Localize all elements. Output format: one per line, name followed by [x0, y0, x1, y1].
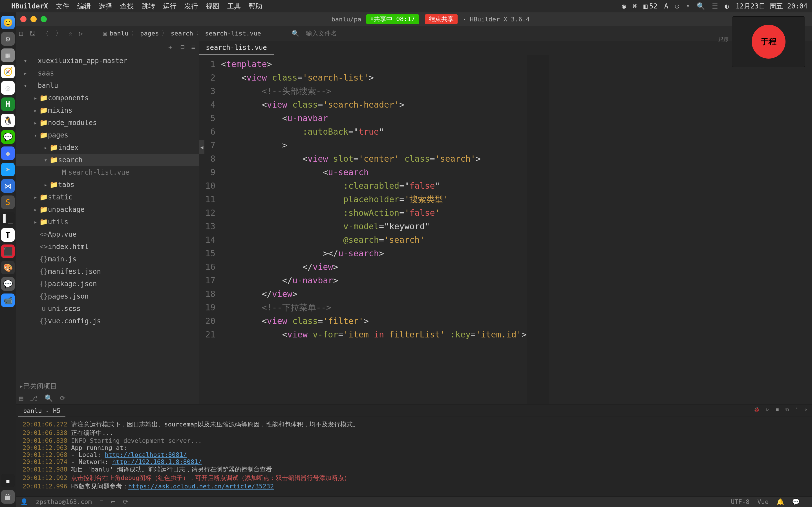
minimize-button[interactable]: [31, 16, 37, 22]
tree-caret-icon[interactable]: ▸: [32, 107, 40, 114]
clock[interactable]: 12月23日 周五 20:04: [735, 2, 808, 11]
git-icon[interactable]: ⎇: [30, 394, 38, 402]
search-icon[interactable]: 🔍: [292, 30, 299, 37]
menu-edit[interactable]: 编辑: [77, 2, 91, 11]
tree-caret-icon[interactable]: ▸: [32, 219, 40, 225]
dock-app5[interactable]: ▪: [1, 474, 15, 487]
bookmark-icon[interactable]: ☆: [68, 30, 72, 37]
screenshare-overlay[interactable]: 于程: [732, 16, 805, 67]
tree-caret-icon[interactable]: ▸: [32, 119, 40, 126]
tree-row[interactable]: {}package.json: [16, 278, 199, 290]
input-method-icon[interactable]: A: [664, 2, 668, 10]
nav-forward-icon[interactable]: 〉: [56, 29, 62, 38]
feedback-icon[interactable]: 💬: [792, 498, 800, 505]
overlay-label2[interactable]: 跟踪: [718, 36, 728, 43]
menu-help[interactable]: 帮助: [249, 2, 262, 11]
tree-caret-icon[interactable]: ▾: [42, 157, 50, 163]
collapse-all-icon[interactable]: ⊟: [181, 43, 185, 51]
dock-safari[interactable]: 🧭: [1, 65, 15, 78]
minimap[interactable]: [527, 55, 549, 404]
tree-row[interactable]: ▾xuexiluxian_app-master: [16, 55, 199, 67]
tree-row[interactable]: uuni.scss: [16, 302, 199, 315]
tree-caret-icon[interactable]: ▸: [21, 70, 29, 76]
terminal-icon[interactable]: ▤: [19, 394, 23, 402]
code-content[interactable]: <template> <view class='search-list'> <!…: [219, 55, 527, 404]
fullscreen-button[interactable]: [41, 16, 47, 22]
handoff-icon[interactable]: ⌘: [633, 2, 637, 10]
console-stop-icon[interactable]: ■: [776, 407, 779, 412]
tree-caret-icon[interactable]: ▸: [32, 95, 40, 101]
file-search-input[interactable]: [306, 30, 391, 37]
save-icon[interactable]: 🖫: [30, 30, 36, 37]
tree-row[interactable]: ▸📁components: [16, 92, 199, 104]
status-icon3[interactable]: ⟳: [123, 498, 128, 505]
dock-app1[interactable]: ◆: [1, 147, 15, 160]
tree-row[interactable]: ▸📁mixins: [16, 104, 199, 117]
tree-caret-icon[interactable]: ▾: [21, 57, 29, 64]
tree-caret-icon[interactable]: ▾: [32, 132, 40, 138]
tree-row[interactable]: ▸📁unpackage: [16, 203, 199, 216]
dock-app4[interactable]: 💬: [1, 277, 15, 291]
status-icon1[interactable]: ≡: [100, 498, 103, 505]
end-share-button[interactable]: 结束共享: [425, 14, 458, 24]
editor-tab[interactable]: search-list.vue: [199, 41, 274, 55]
dock-qq[interactable]: 🐧: [1, 114, 15, 127]
sidebar-fold-handle[interactable]: ◀: [199, 140, 204, 154]
run-icon[interactable]: ▷: [79, 30, 83, 37]
tree-caret-icon[interactable]: ▸: [42, 144, 50, 151]
tree-row[interactable]: {}main.js: [16, 253, 199, 265]
search-files-icon[interactable]: 🔍: [45, 394, 53, 402]
console-run-icon[interactable]: ▷: [766, 407, 769, 412]
dock-settings[interactable]: ⚙: [1, 32, 15, 46]
tree-row[interactable]: {}manifest.json: [16, 265, 199, 278]
encoding-label[interactable]: UTF-8: [731, 498, 749, 505]
dock-app2[interactable]: ➤: [1, 163, 15, 176]
tree-row[interactable]: ▾📁search: [16, 154, 199, 166]
dock-wechat[interactable]: 💬: [1, 130, 15, 144]
breadcrumb-item[interactable]: pages: [140, 30, 159, 37]
tree-row[interactable]: ▸📁index: [16, 142, 199, 154]
tree-row[interactable]: ▾banlu: [16, 79, 199, 92]
menu-view[interactable]: 视图: [206, 2, 219, 11]
menu-find[interactable]: 查找: [120, 2, 134, 11]
sidebar-toggle-icon[interactable]: ◫: [19, 30, 23, 37]
menu-select[interactable]: 选择: [99, 2, 112, 11]
tree-row[interactable]: <>App.vue: [16, 228, 199, 240]
tree-row[interactable]: ▸📁tabs: [16, 179, 199, 191]
share-status-pill[interactable]: ⬇ 共享中 08:17: [366, 14, 419, 24]
tree-caret-icon[interactable]: ▸: [32, 194, 40, 201]
debug-icon[interactable]: 🐞: [754, 407, 760, 412]
record-icon[interactable]: ◉: [622, 2, 626, 10]
tree-caret-icon[interactable]: ▾: [21, 82, 29, 89]
bluetooth-icon[interactable]: ᚼ: [686, 2, 690, 10]
tree-row[interactable]: ▸📁node_modules: [16, 117, 199, 129]
breadcrumb-item[interactable]: banlu: [110, 30, 128, 37]
file-tree[interactable]: ▾xuexiluxian_app-master▸saas▾banlu▸📁comp…: [16, 53, 199, 380]
dock-hbuilder[interactable]: H: [1, 98, 15, 111]
close-button[interactable]: [20, 16, 27, 22]
dock-typora[interactable]: T: [1, 228, 15, 242]
spotlight-icon[interactable]: 🔍: [697, 2, 705, 10]
console-popout-icon[interactable]: ⧉: [785, 407, 789, 412]
dock-app3[interactable]: ⬛: [1, 244, 15, 258]
dock-palette[interactable]: 🎨: [1, 261, 15, 274]
notifications-icon[interactable]: 🔔: [776, 498, 784, 505]
menu-tools[interactable]: 工具: [227, 2, 241, 11]
dock-chrome[interactable]: ◎: [1, 81, 15, 95]
tree-row[interactable]: ▸📁utils: [16, 216, 199, 228]
tree-row[interactable]: <>index.html: [16, 240, 199, 253]
tree-caret-icon[interactable]: ▸: [42, 181, 50, 188]
dock-vscode[interactable]: ⋈: [1, 179, 15, 193]
console-collapse-icon[interactable]: ⌃: [795, 407, 798, 412]
control-center-icon[interactable]: ☰: [712, 2, 718, 10]
user-icon[interactable]: 👤: [20, 498, 28, 505]
console-link[interactable]: http://192.168.1.8:8081/: [112, 458, 202, 465]
console-close-icon[interactable]: ✕: [805, 407, 808, 412]
more-icon[interactable]: ≡: [192, 43, 195, 51]
breadcrumb-item[interactable]: search-list.vue: [205, 30, 261, 37]
sync-icon[interactable]: ⟳: [60, 394, 65, 402]
dock-terminal[interactable]: ▌_: [1, 212, 15, 225]
battery-indicator[interactable]: ◧ 52: [644, 2, 657, 10]
tree-row[interactable]: ▸saas: [16, 67, 199, 79]
menu-run[interactable]: 运行: [163, 2, 176, 11]
